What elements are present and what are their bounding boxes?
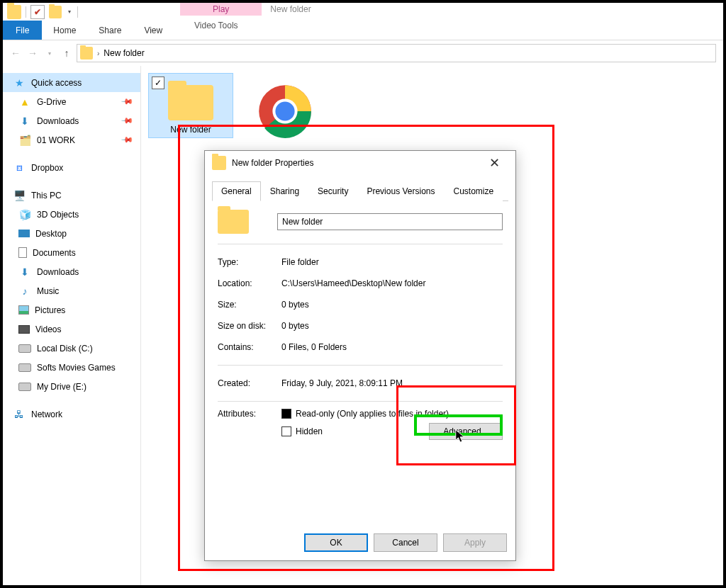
sizeondisk-label: Size on disk: bbox=[218, 321, 281, 331]
nav-label: Network bbox=[31, 409, 62, 419]
quick-access-toolbar: ✔ ▾ bbox=[3, 3, 78, 21]
chrome-icon bbox=[257, 83, 313, 140]
nav-documents[interactable]: Documents bbox=[3, 243, 140, 262]
nav-label: Music bbox=[37, 286, 59, 296]
ribbon-tabs: File Home Share View Video Tools bbox=[3, 21, 723, 40]
nav-videos[interactable]: Videos bbox=[3, 320, 140, 339]
contains-label: Contains: bbox=[218, 342, 281, 352]
nav-label: Quick access bbox=[31, 78, 82, 88]
location-value: C:\Users\Hameed\Desktop\New folder bbox=[281, 278, 503, 288]
addr-folder-icon bbox=[80, 47, 93, 60]
readonly-checkbox[interactable]: ■ Read-only (Only applies to files in fo… bbox=[281, 409, 449, 419]
nav-01work[interactable]: 🗂️01 WORK📌 bbox=[3, 130, 140, 149]
tab-view[interactable]: View bbox=[133, 21, 174, 40]
nav-label: G-Drive bbox=[37, 97, 66, 107]
size-value: 0 bytes bbox=[281, 300, 503, 310]
folder-icon bbox=[212, 156, 226, 170]
nav-downloads2[interactable]: ⬇Downloads bbox=[3, 262, 140, 281]
nav-up-icon[interactable]: ↑ bbox=[60, 46, 74, 60]
contextual-play-tab[interactable]: Play bbox=[180, 3, 262, 16]
qat-properties-icon[interactable]: ✔ bbox=[30, 5, 45, 19]
ok-button[interactable]: OK bbox=[304, 533, 368, 552]
tab-security[interactable]: Security bbox=[308, 181, 357, 201]
nav-forward-icon[interactable]: → bbox=[26, 46, 40, 60]
nav-label: Downloads bbox=[37, 116, 79, 126]
nav-gdrive[interactable]: ▲G-Drive📌 bbox=[3, 92, 140, 111]
checkbox-empty-icon bbox=[281, 426, 291, 436]
dialog-tabs: General Sharing Security Previous Versio… bbox=[212, 175, 508, 201]
nav-row: ← → ▾ ↑ › New folder bbox=[3, 40, 723, 66]
close-button[interactable]: ✕ bbox=[480, 155, 508, 171]
tab-file[interactable]: File bbox=[3, 21, 42, 40]
selection-checkbox[interactable]: ✓ bbox=[152, 77, 164, 89]
created-label: Created: bbox=[218, 378, 281, 388]
hidden-checkbox[interactable]: Hidden bbox=[281, 426, 323, 436]
dialog-title: New folder Properties bbox=[232, 158, 313, 168]
address-bar[interactable]: › New folder bbox=[77, 44, 716, 62]
breadcrumb-segment[interactable]: New folder bbox=[104, 48, 144, 58]
file-tile-chrome[interactable] bbox=[242, 73, 328, 147]
nav-label: Local Disk (C:) bbox=[37, 344, 93, 354]
location-label: Location: bbox=[218, 278, 281, 288]
folder-icon bbox=[218, 210, 249, 234]
nav-recent-icon[interactable]: ▾ bbox=[43, 46, 57, 60]
nav-music[interactable]: ♪Music bbox=[3, 281, 140, 300]
size-label: Size: bbox=[218, 300, 281, 310]
nav-dropbox[interactable]: ⧈Dropbox bbox=[3, 158, 140, 177]
type-label: Type: bbox=[218, 257, 281, 267]
attributes-label: Attributes: bbox=[218, 409, 281, 419]
nav-my-drive[interactable]: My Drive (E:) bbox=[3, 377, 140, 396]
contains-value: 0 Files, 0 Folders bbox=[281, 342, 503, 352]
nav-label: This PC bbox=[31, 191, 62, 200]
title-bar: ✔ ▾ Play New folder bbox=[3, 3, 723, 21]
folder-name-input[interactable] bbox=[277, 213, 503, 230]
nav-this-pc[interactable]: 🖥️This PC bbox=[3, 186, 140, 205]
cancel-button[interactable]: Cancel bbox=[374, 533, 437, 552]
hidden-label: Hidden bbox=[296, 426, 323, 436]
created-value: Friday, 9 July, 2021, 8:09:11 PM bbox=[281, 378, 503, 388]
nav-back-icon[interactable]: ← bbox=[9, 46, 23, 60]
nav-network[interactable]: 🖧Network bbox=[3, 405, 140, 424]
tab-video-tools[interactable]: Video Tools bbox=[183, 21, 250, 30]
pin-icon: 📌 bbox=[120, 114, 133, 128]
nav-desktop[interactable]: Desktop bbox=[3, 224, 140, 243]
nav-label: Desktop bbox=[35, 229, 67, 239]
app-folder-icon bbox=[7, 5, 21, 19]
advanced-button[interactable]: Advanced... bbox=[429, 423, 503, 440]
folder-icon bbox=[168, 85, 213, 120]
nav-quick-access[interactable]: ★Quick access bbox=[3, 73, 140, 92]
properties-dialog: New folder Properties ✕ General Sharing … bbox=[204, 150, 516, 561]
nav-pictures[interactable]: Pictures bbox=[3, 300, 140, 320]
tab-sharing[interactable]: Sharing bbox=[261, 181, 308, 201]
nav-3d-objects[interactable]: 🧊3D Objects bbox=[3, 205, 140, 224]
nav-label: Documents bbox=[33, 248, 76, 258]
readonly-label: Read-only (Only applies to files in fold… bbox=[296, 409, 449, 419]
dialog-buttons: OK Cancel Apply bbox=[205, 526, 515, 560]
nav-label: Dropbox bbox=[31, 163, 63, 173]
tab-share[interactable]: Share bbox=[87, 21, 133, 40]
tab-customize[interactable]: Customize bbox=[444, 181, 503, 201]
tab-general[interactable]: General bbox=[212, 181, 261, 201]
window-title: New folder bbox=[270, 4, 311, 14]
tab-home[interactable]: Home bbox=[42, 21, 87, 40]
tab-previous-versions[interactable]: Previous Versions bbox=[357, 181, 444, 201]
nav-softs[interactable]: Softs Movies Games bbox=[3, 358, 140, 377]
nav-downloads[interactable]: ⬇Downloads📌 bbox=[3, 111, 140, 130]
nav-label: My Drive (E:) bbox=[37, 382, 86, 392]
qat-customize-icon[interactable]: ▾ bbox=[66, 9, 73, 15]
file-tile-folder[interactable]: ✓ New folder bbox=[148, 73, 233, 138]
nav-label: Softs Movies Games bbox=[37, 363, 116, 373]
pin-icon: 📌 bbox=[120, 133, 133, 147]
type-value: File folder bbox=[281, 257, 503, 267]
svg-point-2 bbox=[276, 101, 295, 120]
nav-label: Pictures bbox=[35, 305, 65, 315]
nav-local-disk[interactable]: Local Disk (C:) bbox=[3, 339, 140, 358]
qat-newfolder-icon[interactable] bbox=[49, 6, 62, 18]
file-label: New folder bbox=[149, 125, 233, 135]
chevron-right-icon[interactable]: › bbox=[97, 50, 99, 57]
nav-label: Videos bbox=[35, 324, 61, 334]
sizeondisk-value: 0 bytes bbox=[281, 321, 503, 331]
dialog-titlebar[interactable]: New folder Properties ✕ bbox=[205, 151, 515, 175]
nav-pane: ★Quick access ▲G-Drive📌 ⬇Downloads📌 🗂️01… bbox=[3, 66, 141, 585]
apply-button[interactable]: Apply bbox=[443, 533, 507, 552]
